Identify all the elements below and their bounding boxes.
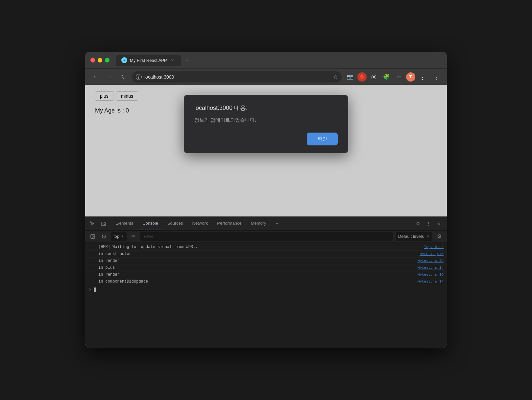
dialog-actions: 확인	[194, 133, 338, 145]
extension-red-button[interactable]: 🔴	[357, 72, 367, 82]
chrome-menu-button[interactable]: ⋮	[431, 72, 442, 82]
alert-dialog: localhost:3000 내용: 정보가 업데이트되었습니다. 확인	[184, 95, 348, 153]
back-button[interactable]: ←	[90, 72, 101, 82]
title-bar: ⚛ My First React APP × +	[85, 52, 447, 68]
forward-button[interactable]: →	[104, 72, 115, 82]
menu-button[interactable]: ⋮	[417, 72, 428, 82]
new-tab-button[interactable]: +	[182, 55, 192, 65]
tab-close-button[interactable]: ×	[170, 57, 176, 63]
address-text: localhost:3000	[144, 74, 330, 80]
dialog-overlay: localhost:3000 내용: 정보가 업데이트되었습니다. 확인	[85, 85, 447, 348]
maximize-traffic-light[interactable]	[105, 58, 109, 63]
dialog-message: 정보가 업데이트되었습니다.	[194, 117, 338, 123]
address-bar[interactable]: i localhost:3000 ☆	[132, 71, 342, 83]
profile-button[interactable]: T	[406, 72, 415, 82]
screenshot-button[interactable]: 📷	[345, 72, 355, 82]
traffic-lights	[90, 58, 109, 63]
browser-window: ⚛ My First React APP × + ← → ↻ i localho…	[85, 52, 447, 348]
media-button[interactable]: ≡↕	[394, 72, 404, 82]
bookmark-icon[interactable]: ☆	[333, 74, 338, 80]
minimize-traffic-light[interactable]	[98, 58, 102, 63]
tab-title: My First React APP	[130, 58, 167, 63]
site-info-icon[interactable]: i	[136, 74, 142, 80]
dialog-ok-button[interactable]: 확인	[307, 133, 338, 145]
nav-bar: ← → ↻ i localhost:3000 ☆ 📷 🔴 (=) 🧩 ≡↕ T …	[85, 68, 447, 85]
nav-actions: 📷 🔴 (=) 🧩 ≡↕ T ⋮	[345, 72, 428, 82]
close-traffic-light[interactable]	[90, 58, 95, 63]
browser-tab[interactable]: ⚛ My First React APP ×	[116, 55, 181, 66]
dialog-title: localhost:3000 내용:	[194, 104, 338, 112]
extensions-button[interactable]: 🧩	[381, 72, 392, 82]
reload-button[interactable]: ↻	[118, 72, 129, 82]
extension-eq-button[interactable]: (=)	[369, 72, 379, 82]
page-area: plus minus My Age is : 0 localhost:3000 …	[85, 85, 447, 348]
tab-bar: ⚛ My First React APP × +	[116, 55, 442, 66]
react-favicon: ⚛	[121, 57, 127, 63]
